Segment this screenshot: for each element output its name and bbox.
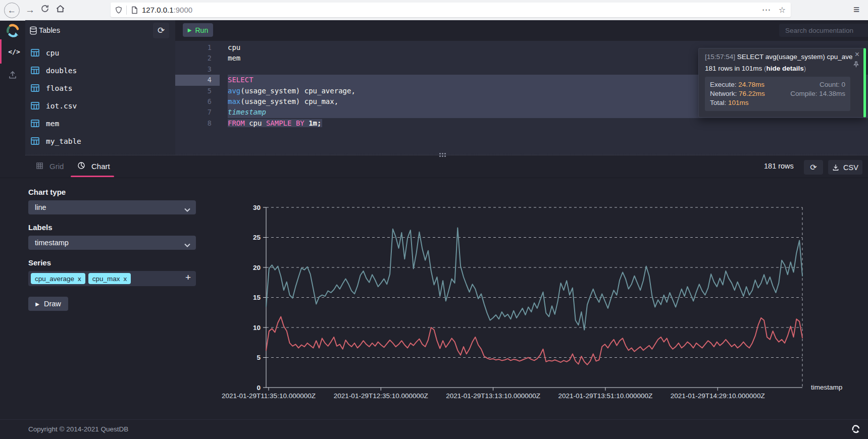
results-toolbar: Grid Chart 181 rows ⟳ CSV xyxy=(0,155,868,178)
table-icon xyxy=(31,102,39,109)
code-icon: </> xyxy=(8,48,20,56)
csv-export-button[interactable]: CSV xyxy=(828,160,862,175)
table-icon xyxy=(31,120,39,127)
close-icon[interactable]: × xyxy=(855,50,859,59)
search-documentation-input[interactable] xyxy=(779,24,868,37)
table-icon xyxy=(31,49,39,57)
line-number: 5 xyxy=(175,86,220,96)
url-text: 127.0.0.1:9000 xyxy=(142,6,192,14)
line-number: 6 xyxy=(175,96,220,107)
table-name: my_table xyxy=(46,137,81,145)
svg-text:25: 25 xyxy=(253,234,261,241)
add-series-button[interactable]: + xyxy=(185,272,191,283)
labels-label: Labels xyxy=(28,223,53,232)
svg-text:30: 30 xyxy=(253,204,261,211)
play-icon: ▶ xyxy=(35,301,39,307)
upload-icon xyxy=(8,70,17,81)
notification-query: [15:57:54] SELECT avg(usage_system) cpu_… xyxy=(705,53,852,61)
line-number: 3 xyxy=(175,64,220,75)
tab-chart[interactable]: Chart xyxy=(77,155,110,177)
series-label: Series xyxy=(28,258,51,267)
table-icon xyxy=(31,84,39,92)
browser-toolbar: ← → 127.0.0.1:9000 xyxy=(0,0,868,21)
browser-menu-icon[interactable]: ≡ xyxy=(853,4,859,15)
tables-refresh-button[interactable]: ⟳ xyxy=(153,23,169,38)
browser-refresh-icon[interactable] xyxy=(40,4,49,15)
svg-text:2021-01-29T13:51:10.000000Z: 2021-01-29T13:51:10.000000Z xyxy=(558,392,652,400)
row-count: 181 rows xyxy=(764,162,794,170)
remove-series-icon[interactable]: x xyxy=(124,275,127,283)
draw-button[interactable]: ▶ Draw xyxy=(28,297,68,311)
series-chip[interactable]: cpu_averagex xyxy=(31,273,85,284)
questdb-logo[interactable] xyxy=(6,23,20,40)
table-name: mem xyxy=(46,120,59,128)
line-number: 8 xyxy=(175,118,220,129)
questdb-footer-logo[interactable] xyxy=(851,424,860,435)
chart-type-select[interactable]: line xyxy=(28,200,196,214)
table-name: floats xyxy=(46,84,72,92)
editor-line: 8FROM cpu SAMPLE BY 1m; xyxy=(175,118,868,129)
hide-details-link[interactable]: hide details xyxy=(767,65,804,72)
tables-panel-title: Tables xyxy=(39,26,60,34)
svg-text:2021-01-29T13:13:10.000000Z: 2021-01-29T13:13:10.000000Z xyxy=(446,392,540,400)
tables-panel-header: Tables ⟳ xyxy=(25,20,175,41)
labels-select[interactable]: timestamp xyxy=(28,236,196,250)
questdb-console-window: ← → 127.0.0.1:9000 xyxy=(0,0,868,439)
series-input[interactable]: cpu_averagexcpu_maxx+ xyxy=(28,271,196,286)
tab-grid[interactable]: Grid xyxy=(36,155,64,177)
download-icon xyxy=(832,164,839,171)
chevron-down-icon xyxy=(184,240,190,249)
divider xyxy=(126,6,127,15)
svg-text:2021-01-29T12:35:10.000000Z: 2021-01-29T12:35:10.000000Z xyxy=(334,392,428,400)
page-icon xyxy=(131,6,138,14)
table-name: cpu xyxy=(46,49,59,57)
table-icon xyxy=(31,67,39,74)
shield-icon[interactable] xyxy=(115,6,122,14)
run-button[interactable]: ▶ Run xyxy=(183,23,213,37)
browser-back-icon[interactable]: ← xyxy=(4,3,20,18)
svg-text:15: 15 xyxy=(253,294,261,301)
browser-forward-icon[interactable]: → xyxy=(25,5,35,15)
pie-chart-icon xyxy=(77,161,85,171)
bookmark-star-icon[interactable]: ☆ xyxy=(779,5,786,15)
chart-type-label: Chart type xyxy=(28,188,66,196)
table-icon xyxy=(31,137,39,145)
line-number: 2 xyxy=(175,53,220,64)
rail-item-import[interactable] xyxy=(0,64,25,88)
line-number: 4 xyxy=(175,75,220,85)
copyright-text: Copyright © 2014-2021 QuestDB xyxy=(28,425,128,433)
database-icon xyxy=(29,26,37,35)
table-row[interactable]: mem xyxy=(25,115,175,132)
svg-text:2021-01-29T11:35:10.000000Z: 2021-01-29T11:35:10.000000Z xyxy=(222,392,316,400)
svg-text:20: 20 xyxy=(253,264,261,271)
play-icon: ▶ xyxy=(188,27,192,33)
svg-text:0: 0 xyxy=(257,384,261,392)
table-row[interactable]: cpu xyxy=(25,44,175,62)
series-chip-label: cpu_average xyxy=(35,275,74,283)
pane-drag-handle[interactable] xyxy=(439,153,441,154)
series-chip[interactable]: cpu_maxx xyxy=(88,273,131,284)
query-timing-details: Execute: 24.78ms Count: 0 Network: 76.22… xyxy=(705,77,850,111)
svg-text:10: 10 xyxy=(253,324,261,332)
address-bar[interactable]: 127.0.0.1:9000 ⋯ ☆ xyxy=(111,3,791,17)
table-row[interactable]: doubles xyxy=(25,62,175,79)
line-chart: 0510152025302021-01-29T11:35:10.000000Z2… xyxy=(212,182,868,404)
rail-item-sql-editor[interactable]: </> xyxy=(0,39,27,64)
table-row[interactable]: my_table xyxy=(25,132,175,150)
grid-icon xyxy=(36,162,43,171)
notification-summary: 181 rows in 101ms (hide details) xyxy=(705,65,806,72)
chevron-down-icon xyxy=(184,205,190,214)
svg-text:5: 5 xyxy=(257,354,261,361)
series-chip-label: cpu_max xyxy=(92,275,120,283)
browser-home-icon[interactable] xyxy=(56,4,65,15)
tables-panel: Tables ⟳ cpudoublesfloatsiot.csvmemmy_ta… xyxy=(25,20,175,155)
overflow-dots-icon[interactable]: ⋯ xyxy=(762,5,771,15)
remove-series-icon[interactable]: x xyxy=(78,275,81,283)
pin-icon[interactable] xyxy=(853,61,859,70)
table-row[interactable]: floats xyxy=(25,79,175,97)
table-name: iot.csv xyxy=(46,102,77,110)
table-row[interactable]: iot.csv xyxy=(25,97,175,115)
table-name: doubles xyxy=(46,67,77,75)
results-refresh-button[interactable]: ⟳ xyxy=(804,160,823,175)
svg-text:timestamp: timestamp xyxy=(811,383,842,391)
